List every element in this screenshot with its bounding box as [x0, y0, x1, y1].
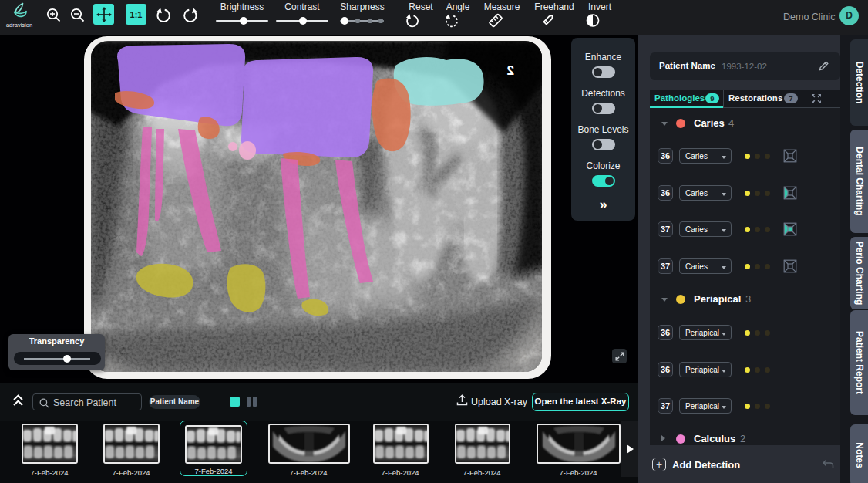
svg-text:2: 2 — [507, 63, 514, 78]
